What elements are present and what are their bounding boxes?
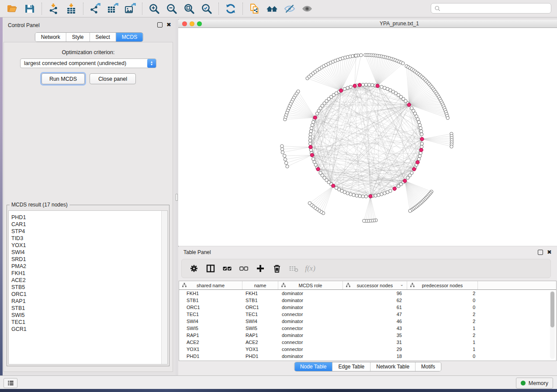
zoom-selected-icon[interactable] [198, 2, 215, 16]
shared-column-icon [281, 283, 286, 287]
tab-mcds[interactable]: MCDS [116, 33, 143, 41]
table-row[interactable]: RAP1RAP1dominator352 [179, 332, 556, 339]
mcds-result-title: MCDS result (17 nodes) [10, 202, 69, 208]
search-input[interactable] [443, 4, 551, 13]
table-row[interactable]: SWI5SWI5connector431 [179, 325, 556, 332]
zoom-fit-icon[interactable] [180, 2, 198, 16]
result-list-item[interactable]: PHD1 [11, 214, 167, 221]
table-row[interactable]: SWI4SWI4dominator462 [179, 318, 556, 325]
search-icon [434, 5, 441, 12]
export-image-icon[interactable] [121, 2, 139, 16]
table-scrollbar-thumb[interactable] [550, 292, 554, 327]
close-traffic-light[interactable] [182, 21, 187, 26]
table-row[interactable]: STB1STB1dominator620 [179, 297, 556, 304]
main-toolbar [0, 0, 557, 17]
import-network-icon[interactable] [45, 2, 62, 16]
tab-select[interactable]: Select [90, 33, 116, 41]
result-list-item[interactable]: STB5 [11, 284, 167, 291]
tab-edge-table[interactable]: Edge Table [332, 362, 370, 371]
toolbar-separator [83, 3, 83, 15]
export-table-icon[interactable] [104, 2, 121, 16]
result-list-item[interactable]: STB1 [11, 305, 167, 312]
open-folder-icon[interactable] [3, 2, 21, 16]
result-list-item[interactable]: RAP1 [11, 298, 167, 305]
tab-network-table[interactable]: Network Table [370, 362, 415, 371]
result-list-item[interactable]: TID3 [11, 235, 167, 242]
zoom-in-icon[interactable] [145, 2, 163, 16]
dropdown-stepper-icon: ▲▼ [147, 59, 156, 68]
add-column-icon[interactable] [255, 263, 266, 274]
table-row[interactable]: ORC1ORC1dominator610 [179, 304, 556, 311]
column-header-successor-nodes[interactable]: successor nodes⌄ [343, 281, 407, 289]
shared-column-icon [182, 283, 187, 287]
table-panel-tabs: Node TableEdge TableNetwork TableMotifs [294, 362, 441, 371]
column-split-icon[interactable] [205, 263, 216, 274]
show-all-icon[interactable] [298, 2, 316, 16]
select-all-icon[interactable] [222, 263, 232, 274]
export-network-icon[interactable] [86, 2, 104, 16]
result-list-item[interactable]: SWI4 [11, 249, 167, 256]
result-list-item[interactable]: ACE2 [11, 277, 167, 284]
run-mcds-button[interactable]: Run MCDS [42, 73, 85, 84]
gear-icon[interactable] [189, 263, 199, 274]
delete-column-icon[interactable] [272, 263, 282, 274]
hide-selected-icon[interactable] [281, 2, 298, 16]
first-neighbors-icon[interactable] [263, 2, 281, 16]
result-list-item[interactable]: PMA2 [11, 263, 167, 270]
result-list-scrollbar[interactable] [161, 211, 167, 364]
list-icon [7, 379, 14, 387]
control-panel-title: Control Panel [8, 22, 40, 28]
result-list-item[interactable]: STP4 [11, 228, 167, 235]
import-table-icon[interactable] [62, 2, 80, 16]
column-header-name[interactable]: name [242, 281, 278, 289]
tab-motifs[interactable]: Motifs [415, 362, 441, 371]
tab-node-table[interactable]: Node Table [294, 362, 333, 371]
close-panel-button[interactable]: Close panel [90, 73, 136, 84]
table-row[interactable]: ACE2ACE2connector311 [179, 339, 556, 346]
column-header-predecessor-nodes[interactable]: predecessor nodes [407, 281, 478, 289]
close-panel-icon[interactable]: ✖ [166, 23, 171, 27]
delete-table-icon [288, 263, 299, 274]
result-list-item[interactable]: CAR1 [11, 221, 167, 228]
memory-button[interactable]: Memory [516, 378, 553, 389]
criterion-dropdown[interactable]: largest connected component (undirected)… [20, 58, 156, 68]
result-list-item[interactable]: SRD1 [11, 256, 167, 263]
toolbar-separator [142, 3, 142, 15]
network-canvas[interactable] [178, 28, 557, 246]
float-panel-icon[interactable] [538, 250, 543, 255]
tab-network[interactable]: Network [35, 33, 66, 41]
sort-desc-icon: ⌄ [400, 282, 404, 287]
duplicate-network-icon[interactable] [246, 2, 263, 16]
result-list-item[interactable]: FKH1 [11, 270, 167, 277]
desktop-edge-bottom [0, 389, 557, 392]
table-row[interactable]: FKH1FKH1dominator962 [179, 290, 556, 297]
table-row[interactable]: PHD1PHD1dominator180 [179, 353, 556, 360]
column-header-shared-name[interactable]: shared name [179, 281, 242, 289]
criterion-value: largest connected component (undirected) [21, 60, 147, 66]
splitter-handle[interactable] [176, 194, 178, 201]
table-row[interactable]: YOX1YOX1connector291 [179, 346, 556, 353]
close-panel-icon[interactable]: ✖ [547, 250, 552, 254]
table-panel: Table Panel ✖ f(x) shared namenameMCDS r… [178, 247, 557, 375]
refresh-icon[interactable] [222, 2, 239, 16]
maximize-traffic-light[interactable] [197, 21, 202, 26]
save-icon[interactable] [21, 2, 38, 16]
column-header-MCDS-role[interactable]: MCDS role [278, 281, 343, 289]
tab-style[interactable]: Style [66, 33, 90, 41]
float-panel-icon[interactable] [157, 22, 163, 28]
result-list-item[interactable]: ORC1 [11, 291, 167, 298]
search-box[interactable] [431, 3, 551, 14]
result-list-item[interactable]: YOX1 [11, 242, 167, 249]
result-list-item[interactable]: GCR1 [11, 326, 167, 333]
show-panels-button[interactable] [3, 378, 17, 388]
minimize-traffic-light[interactable] [190, 21, 194, 26]
zoom-out-icon[interactable] [163, 2, 180, 16]
mcds-tab-content: Optimization criterion: largest connecte… [3, 42, 173, 372]
result-list-item[interactable]: TEC1 [11, 319, 167, 326]
deselect-all-icon[interactable] [239, 263, 249, 274]
table-scrollbar[interactable] [550, 291, 555, 359]
mcds-result-list: PHD1CAR1STP4TID3YOX1SWI4SRD1PMA2FKH1ACE2… [8, 210, 168, 364]
table-row[interactable]: TEC1TEC1connector472 [179, 311, 556, 318]
result-list-item[interactable]: SWI5 [11, 312, 167, 319]
toolbar-separator [218, 3, 219, 15]
